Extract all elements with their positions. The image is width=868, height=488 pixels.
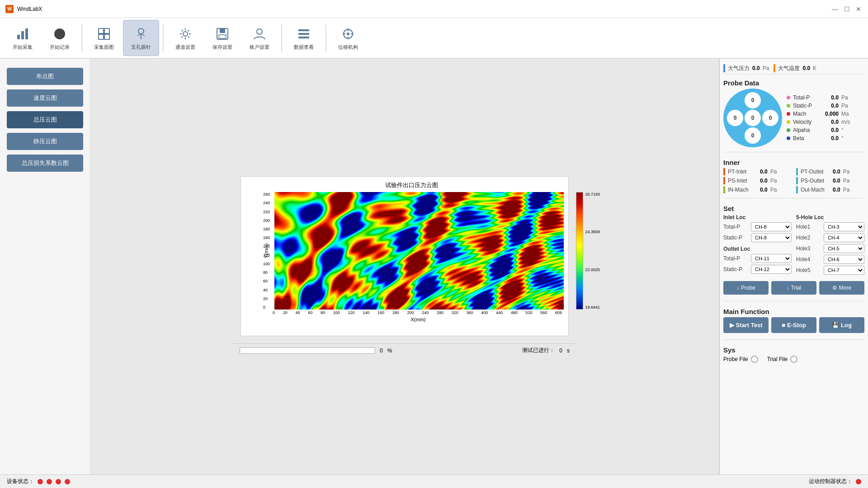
- device-dot-4: [65, 479, 70, 484]
- minimize-button[interactable]: —: [831, 5, 839, 13]
- outlet-total-p-row: Total-P CH-11: [723, 254, 792, 263]
- temp-indicator: [774, 64, 775, 72]
- toolbar-item-start-record[interactable]: 开始记录: [42, 20, 78, 56]
- atmosphere-bar: 大气压力 0.0 Pa 大气温度 0.0 K: [723, 62, 864, 75]
- close-button[interactable]: ✕: [854, 5, 863, 13]
- five-probe-icon: [133, 26, 149, 42]
- out-mach-label: Out-Mach: [801, 187, 830, 193]
- hole5-select[interactable]: CH-7: [824, 266, 864, 275]
- toolbar-item-save-settings[interactable]: 保存设置: [204, 20, 241, 56]
- in-mach-label: IN-Mach: [728, 187, 757, 193]
- position-mech-icon: [340, 26, 356, 42]
- inner-section: Inner PT-Inlet 0.0 Pa PT-Outlet 0.0 Pa P…: [723, 157, 864, 193]
- probe-row-total-p: Total-P 0.0 Pa: [787, 94, 850, 101]
- atmosphere-temperature: 大气温度 0.0 K: [774, 64, 816, 72]
- center-canvas: 试验件出口压力云图 Y(mm) 0 20 40 60 80 100 120: [90, 59, 719, 474]
- sidebar-btn-loss-coeff[interactable]: 总压损失系数云图: [7, 155, 83, 172]
- toolbar-separator: [326, 24, 326, 52]
- log-button[interactable]: 💾 Log: [819, 317, 864, 333]
- toolbar: 开始采集 开始记录 采集面图 五孔探针 通道设置 保存设置 账户设置 数据查看 …: [0, 18, 868, 59]
- sidebar-btn-dot-map[interactable]: 布点图: [7, 68, 83, 85]
- y-tick: 80: [263, 270, 270, 275]
- trial-label: Trial: [791, 285, 802, 291]
- sidebar-btn-static[interactable]: 静压云图: [7, 133, 83, 150]
- toolbar-item-five-probe[interactable]: 五孔探针: [123, 20, 159, 56]
- more-icon: ⚙: [832, 285, 837, 291]
- hole3-select[interactable]: CH-5: [824, 244, 864, 253]
- fivehole-loc-title: 5-Hole Loc: [796, 214, 864, 221]
- trial-file-radio[interactable]: [790, 356, 797, 363]
- toolbar-item-start-collect[interactable]: 开始采集: [5, 20, 41, 56]
- temp-label: 大气温度: [778, 65, 800, 72]
- probe-file-radio[interactable]: [751, 356, 758, 363]
- start-collect-label: 开始采集: [13, 44, 33, 51]
- pt-outlet-bar: [796, 168, 798, 175]
- probe-icon: ↓: [736, 285, 739, 291]
- hole1-select[interactable]: CH-3: [824, 222, 864, 231]
- test-status-label: 测试已进行：: [522, 347, 555, 354]
- total-p-value: 0.0: [823, 94, 839, 101]
- probe-hole-bottom: 0: [745, 127, 761, 144]
- mach-label: Mach: [793, 111, 820, 117]
- progress-bar-container: [240, 347, 375, 354]
- toolbar-item-collect-face[interactable]: 采集面图: [86, 20, 122, 56]
- outlet-total-p-select[interactable]: CH-11: [751, 254, 792, 263]
- svg-point-12: [183, 32, 188, 36]
- toolbar-item-position-mech[interactable]: 位移机构: [330, 20, 366, 56]
- sidebar-btn-velocity[interactable]: 速度云图: [7, 89, 83, 107]
- inner-title: Inner: [723, 159, 864, 166]
- probe-data-values: Total-P 0.0 Pa Static-P 0.0 Pa Mach 0.00…: [787, 94, 850, 141]
- toolbar-item-user-settings[interactable]: 账户设置: [241, 20, 278, 56]
- trial-file-label: Trial File: [767, 356, 788, 362]
- svg-rect-14: [220, 28, 225, 33]
- collect-face-label: 采集面图: [94, 44, 114, 51]
- toolbar-separator: [163, 24, 164, 52]
- start-record-icon: [52, 26, 68, 42]
- position-mech-label: 位移机构: [338, 44, 358, 51]
- more-button[interactable]: ⚙ More: [819, 281, 864, 295]
- probe-display: 0 0 0 0 0 Total-P 0.0 Pa S: [723, 89, 864, 147]
- alpha-dot: [787, 128, 790, 132]
- maximize-button[interactable]: ☐: [843, 5, 851, 13]
- toolbar-item-data-view[interactable]: 数据查看: [286, 20, 322, 56]
- beta-label: Beta: [793, 135, 820, 141]
- svg-rect-18: [298, 33, 309, 35]
- statusbar: 设备状态： 运动控制器状态：: [0, 474, 868, 488]
- probe-file-item: Probe File: [723, 356, 758, 363]
- alpha-unit: °: [841, 127, 844, 133]
- action-buttons: ↓ Probe ↓ Trial ⚙ More: [723, 281, 864, 295]
- svg-rect-17: [298, 29, 309, 31]
- pt-inlet-unit: Pa: [770, 169, 777, 175]
- inlet-loc-title: Inlet Loc: [723, 214, 792, 221]
- svg-rect-6: [99, 34, 104, 39]
- inlet-static-p-select[interactable]: CH-9: [751, 233, 792, 242]
- y-tick: 20: [263, 296, 270, 301]
- save-settings-label: 保存设置: [212, 44, 232, 51]
- mach-unit: Ma: [841, 111, 849, 117]
- outlet-static-p-select[interactable]: CH-12: [751, 265, 792, 274]
- trial-button[interactable]: ↓ Trial: [771, 281, 816, 295]
- toolbar-item-channel-settings[interactable]: 通道设置: [167, 20, 203, 56]
- svg-rect-1: [21, 31, 24, 39]
- probe-row-static-p: Static-P 0.0 Pa: [787, 103, 850, 109]
- beta-dot: [787, 136, 790, 140]
- start-test-button[interactable]: ▶ Start Test: [723, 317, 769, 333]
- sidebar-btn-total-pressure[interactable]: 总压云图: [7, 111, 83, 128]
- hole4-select[interactable]: CH-6: [824, 255, 864, 264]
- static-p-value: 0.0: [823, 103, 839, 109]
- hole2-select[interactable]: CH-4: [824, 233, 864, 242]
- main-layout: 布点图 速度云图 总压云图 静压云图 总压损失系数云图 试验件出口压力云图 Y(…: [0, 59, 868, 474]
- test-status-value: 0: [559, 347, 562, 354]
- inlet-total-p-select[interactable]: CH-8: [751, 222, 792, 231]
- more-label: More: [839, 285, 851, 291]
- estop-button[interactable]: ■ E-Stop: [771, 317, 816, 333]
- hole5-label: Hole5: [796, 267, 821, 273]
- total-p-dot: [787, 96, 790, 99]
- save-settings-icon: [214, 26, 231, 42]
- ps-inlet-value: 0.0: [760, 178, 768, 184]
- hole3-row: Hole3 CH-5: [796, 244, 864, 253]
- probe-button[interactable]: ↓ Probe: [723, 281, 769, 295]
- temp-value: 0.0: [802, 65, 810, 71]
- probe-hole-top: 0: [745, 92, 761, 108]
- svg-line-10: [137, 34, 141, 36]
